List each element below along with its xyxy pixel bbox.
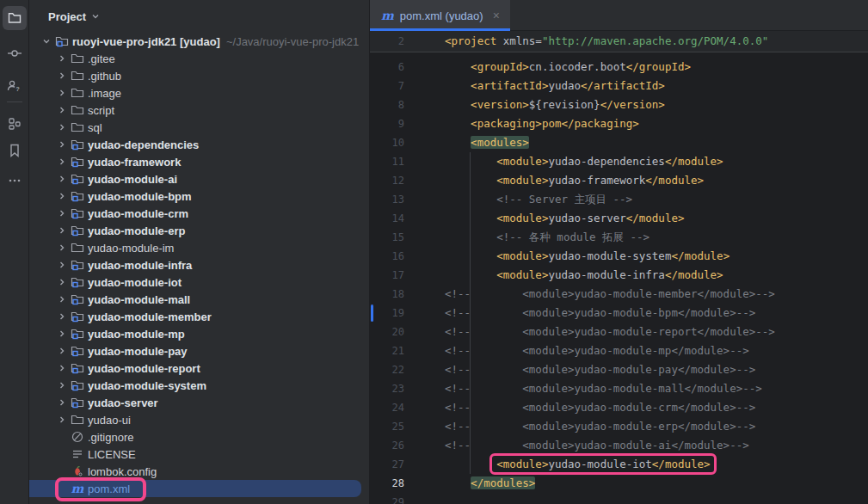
chevron-right-icon[interactable] [55, 329, 69, 338]
code-line-28[interactable]: 28 </modules> [370, 474, 868, 493]
tree-item-yudao-module-erp[interactable]: yudao-module-erp [29, 222, 369, 239]
more-tool-windows-icon[interactable] [3, 169, 27, 193]
tree-item-yudao-dependencies[interactable]: yudao-dependencies [29, 136, 369, 153]
bookmarks-icon[interactable] [3, 138, 27, 163]
tree-item-yudao-module-mall[interactable]: yudao-module-mall [29, 291, 369, 308]
code-line-22[interactable]: 22<!-- <module>yudao-module-pay</module>… [370, 360, 868, 379]
tree-item--image[interactable]: .image [29, 84, 369, 101]
chevron-right-icon[interactable] [55, 71, 69, 80]
chevron-right-icon[interactable] [55, 381, 69, 390]
chevron-right-icon[interactable] [55, 54, 69, 63]
chevron-right-icon[interactable] [55, 226, 69, 235]
tree-item-yudao-module-mp[interactable]: yudao-module-mp [29, 325, 369, 342]
code-line-21[interactable]: 21<!-- <module>yudao-module-mp</module>-… [370, 341, 868, 360]
structure-icon[interactable] [3, 112, 27, 136]
chevron-right-icon[interactable] [55, 123, 69, 132]
tree-item-yudao-module-pay[interactable]: yudao-module-pay [29, 342, 369, 360]
code-line-18[interactable]: 18<!-- <module>yudao-module-member</modu… [370, 285, 868, 304]
chevron-right-icon[interactable] [55, 175, 69, 183]
code-line-23[interactable]: 23<!-- <module>yudao-module-mall</module… [370, 379, 868, 398]
code-line-14[interactable]: 14 <module>yudao-server</module> [370, 209, 868, 228]
chevron-right-icon[interactable] [55, 415, 69, 424]
chevron-right-icon[interactable] [55, 398, 69, 407]
chevron-right-icon[interactable] [55, 192, 69, 200]
code-line-19[interactable]: 19<!-- <module>yudao-module-bpm</module>… [370, 304, 868, 323]
tree-item-script[interactable]: script [29, 101, 369, 119]
tree-item-yudao-module-im[interactable]: yudao-module-im [29, 239, 369, 256]
tree-item-yudao-module-member[interactable]: yudao-module-member [29, 308, 369, 325]
vcs-change-marker[interactable] [371, 304, 373, 322]
chevron-right-icon[interactable] [55, 364, 69, 372]
tree-item-yudao-server[interactable]: yudao-server [29, 394, 369, 411]
code-line-9[interactable]: 9 <packaging>pom</packaging> [370, 114, 868, 133]
chevron-right-icon[interactable] [55, 295, 69, 304]
chevron-right-icon[interactable] [55, 89, 69, 97]
chevron-right-icon[interactable] [55, 140, 69, 149]
chevron-right-icon[interactable] [55, 347, 69, 355]
tree-item-yudao-module-bpm[interactable]: yudao-module-bpm [29, 187, 369, 205]
code-line-29[interactable]: 29 [370, 493, 868, 504]
line-number: 13 [370, 190, 404, 209]
chevron-down-icon[interactable] [40, 37, 53, 46]
code-line-8[interactable]: 8 <version>${revision}</version> [370, 95, 868, 114]
code-line-11[interactable]: 11 <module>yudao-dependencies</module> [370, 152, 868, 171]
code-text: <!-- <module>yudao-module-mp</module>--> [445, 341, 749, 360]
project-icon[interactable] [3, 6, 27, 30]
code-line-10[interactable]: 10 <modules> [370, 133, 868, 152]
tree-item-ruoyi-vue-pro-jdk21-yudao-[interactable]: ruoyi-vue-pro-jdk21 [yudao]~/Java/ruoyi-… [29, 33, 369, 50]
tree-item-label: LICENSE [86, 448, 136, 461]
tab-pom-xml[interactable]: m pom.xml (yudao) × [370, 0, 510, 31]
tree-item-yudao-module-infra[interactable]: yudao-module-infra [29, 256, 369, 274]
commit-icon[interactable] [3, 41, 27, 65]
ide-window: ? Project ruoyi-vue-pro-jdk21 [yudao]~/J… [0, 0, 868, 504]
tree-item-yudao-framework[interactable]: yudao-framework [29, 153, 369, 170]
chevron-right-icon[interactable] [55, 106, 69, 114]
code-line-25[interactable]: 25<!-- <module>yudao-module-erp</module>… [370, 417, 868, 436]
tree-item-yudao-module-report[interactable]: yudao-module-report [29, 360, 369, 377]
chevron-right-icon[interactable] [55, 209, 69, 218]
folder-icon [69, 69, 86, 83]
chevron-right-icon[interactable] [55, 157, 69, 166]
module-folder-icon [69, 396, 86, 409]
code-line-26[interactable]: 26<!-- <module>yudao-module-ai</module>-… [370, 436, 868, 455]
tree-item-yudao-module-ai[interactable]: yudao-module-ai [29, 170, 369, 187]
code-editor[interactable]: 2<project xmlns="http://maven.apache.org… [370, 31, 868, 504]
chevron-right-icon[interactable] [55, 243, 69, 252]
project-panel-header[interactable]: Project [29, 0, 369, 33]
code-text: <!-- <module>yudao-module-pay</module>--… [445, 360, 755, 379]
code-line-15[interactable]: 15 <!-- 各种 module 拓展 --> [370, 228, 868, 247]
code-line-16[interactable]: 16 <module>yudao-module-system</module> [370, 247, 868, 266]
tree-item-lombok-config[interactable]: lombok.config [29, 463, 369, 480]
code-line-20[interactable]: 20<!-- <module>yudao-module-report</modu… [370, 323, 868, 341]
tree-item-license[interactable]: LICENSE [29, 446, 369, 463]
folded-region-separator[interactable] [370, 52, 868, 58]
tree-item-label: .gitee [86, 52, 115, 65]
tree-item-sql[interactable]: sql [29, 119, 369, 136]
chevron-right-icon[interactable] [55, 261, 69, 269]
code-line-12[interactable]: 12 <module>yudao-framework</module> [370, 171, 868, 190]
tree-item--gitee[interactable]: .gitee [29, 50, 369, 67]
chevron-right-icon[interactable] [55, 312, 69, 321]
chevron-right-icon[interactable] [55, 278, 69, 286]
pull-requests-icon[interactable]: ? [3, 74, 27, 98]
code-text: <!-- <module>yudao-module-mall</module>-… [445, 379, 762, 398]
code-line-7[interactable]: 7 <artifactId>yudao</artifactId> [370, 77, 868, 95]
tree-item-pom-xml[interactable]: mpom.xml [29, 480, 361, 497]
code-line-6[interactable]: 6 <groupId>cn.iocoder.boot</groupId> [370, 58, 868, 77]
tree-item--gitignore[interactable]: .gitignore [29, 428, 369, 446]
code-line-24[interactable]: 24<!-- <module>yudao-module-crm</module>… [370, 398, 868, 417]
tree-item--github[interactable]: .github [29, 67, 369, 84]
code-line-27[interactable]: 27 <module>yudao-module-iot</module> [370, 455, 868, 474]
code-line-17[interactable]: 17 <module>yudao-module-infra</module> [370, 266, 868, 285]
code-line-2[interactable]: 2<project xmlns="http://maven.apache.org… [370, 31, 868, 52]
tree-item-yudao-module-crm[interactable]: yudao-module-crm [29, 205, 369, 222]
tree-item-yudao-ui[interactable]: yudao-ui [29, 411, 369, 428]
editor-area: m pom.xml (yudao) × 2<project xmlns="htt… [370, 0, 868, 504]
module-folder-icon [69, 275, 86, 289]
close-icon[interactable]: × [489, 9, 500, 22]
tree-item-yudao-module-system[interactable]: yudao-module-system [29, 377, 369, 394]
code-line-13[interactable]: 13 <!-- Server 主项目 --> [370, 190, 868, 209]
tool-window-stripe: ? [0, 0, 29, 504]
tree-item-yudao-module-iot[interactable]: yudao-module-iot [29, 274, 369, 291]
tree-item-label: yudao-module-infra [86, 259, 192, 272]
